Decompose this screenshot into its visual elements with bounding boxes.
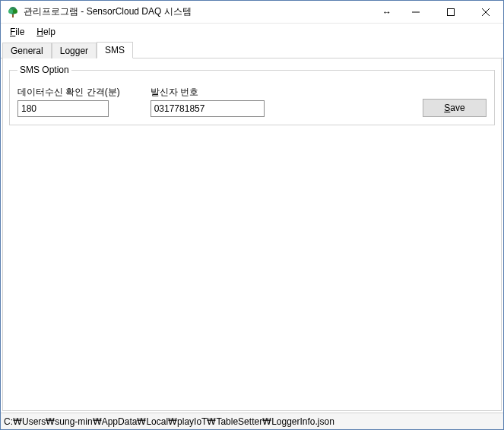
statusbar: C:₩Users₩sung-min₩AppData₩Local₩playIoT₩… <box>1 413 503 429</box>
menu-help[interactable]: Help <box>30 25 62 39</box>
interval-label: 데이터수신 확인 간격(분) <box>17 86 120 99</box>
field-sender: 발신자 번호 <box>151 86 265 117</box>
interval-input[interactable] <box>17 100 109 117</box>
maximize-button[interactable] <box>433 1 468 24</box>
save-button[interactable]: Save <box>423 99 487 117</box>
sender-label: 발신자 번호 <box>151 86 265 99</box>
expand-icon[interactable]: ↔ <box>376 7 398 17</box>
tab-logger[interactable]: Logger <box>52 43 97 58</box>
groupbox-sms-option: SMS Option 데이터수신 확인 간격(분) 발신자 번호 Save <box>9 65 495 125</box>
titlebar: 관리프로그램 - SensorCloud DAQ 시스템 ↔ <box>1 1 503 24</box>
tabstrip: General Logger SMS <box>1 40 503 58</box>
groupbox-legend: SMS Option <box>17 65 71 75</box>
svg-point-2 <box>8 9 13 14</box>
form-row: 데이터수신 확인 간격(분) 발신자 번호 Save <box>17 86 487 117</box>
app-icon <box>7 6 19 18</box>
sender-input[interactable] <box>151 100 265 117</box>
menu-file[interactable]: File <box>4 25 30 39</box>
tabpanel-sms: SMS Option 데이터수신 확인 간격(분) 발신자 번호 Save <box>2 58 502 411</box>
tab-sms[interactable]: SMS <box>97 42 133 58</box>
svg-point-3 <box>13 9 17 14</box>
field-interval: 데이터수신 확인 간격(분) <box>17 86 120 117</box>
menubar: File Help <box>1 24 503 40</box>
close-button[interactable] <box>468 1 503 24</box>
window-title: 관리프로그램 - SensorCloud DAQ 시스템 <box>24 5 192 18</box>
tab-general[interactable]: General <box>2 43 52 58</box>
statusbar-path: C:₩Users₩sung-min₩AppData₩Local₩playIoT₩… <box>4 416 334 427</box>
minimize-button[interactable] <box>398 1 433 24</box>
svg-rect-5 <box>448 8 455 15</box>
